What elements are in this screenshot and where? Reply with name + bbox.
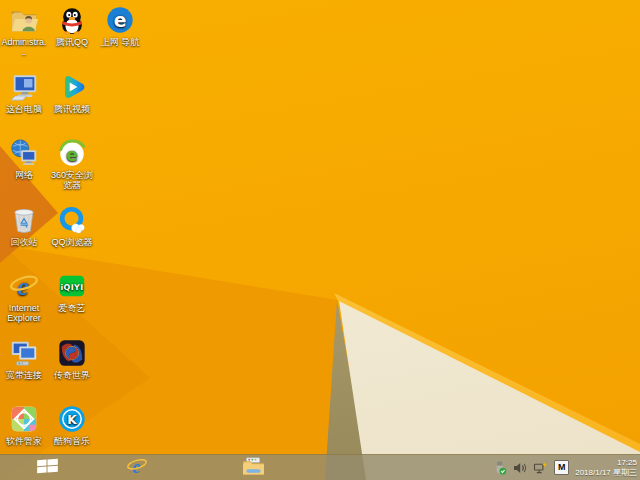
svg-text:e: e xyxy=(114,10,127,31)
desktop-icon-recycle-bin[interactable]: 回收站 xyxy=(1,205,47,247)
taskbar-explorer-button[interactable] xyxy=(235,455,271,480)
desktop-icon-label: Administra... xyxy=(1,37,47,57)
desktop-icon-tencent-video[interactable]: 腾讯视频 xyxy=(49,72,95,114)
desktop-icon-label: 这台电脑 xyxy=(1,104,47,114)
svg-text:K: K xyxy=(67,413,77,427)
desktop-icon-software-manager[interactable]: 软件管家 xyxy=(1,404,47,446)
desktop-icon-label: Internet Explorer xyxy=(1,303,47,323)
svg-text:e: e xyxy=(132,456,140,477)
network-status-warning-icon[interactable] xyxy=(533,461,548,475)
game-dragon-icon xyxy=(49,338,95,368)
desktop-icon-kugou-music[interactable]: K酷狗音乐 xyxy=(49,404,95,446)
clock-date: 2018/1/17 星期三 xyxy=(575,468,637,478)
system-tray: M 17:25 2018/1/17 星期三 xyxy=(493,455,637,480)
desktop-icon-label: 爱奇艺 xyxy=(49,303,95,313)
desktop-icon-tencent-qq[interactable]: 腾讯QQ xyxy=(49,5,95,47)
desktop-icon-qq-browser[interactable]: QQ浏览器 xyxy=(49,205,95,247)
desktop-icon-label: 宽带连接 xyxy=(1,370,47,380)
internet-explorer-icon: e xyxy=(126,455,148,480)
file-explorer-folder-icon xyxy=(242,457,265,479)
svg-text:iQIYI: iQIYI xyxy=(60,283,83,292)
taskbar-ie-button[interactable]: e xyxy=(119,455,155,480)
start-button[interactable] xyxy=(27,455,67,480)
desktop-icon-this-pc[interactable]: 这台电脑 xyxy=(1,72,47,114)
desktop-icon-network[interactable]: 网络 xyxy=(1,138,47,180)
desktop-icon-label: 传奇世界 xyxy=(49,370,95,380)
desktop-icon-label: QQ浏览器 xyxy=(49,237,95,247)
desktop: Administra... 腾讯QQ e上网 导航 这台电脑 腾讯视频 网络 e… xyxy=(0,0,640,480)
svg-text:e: e xyxy=(66,145,77,165)
desktop-icon-label: 上网 导航 xyxy=(97,37,143,47)
desktop-icon-iqiyi[interactable]: iQIYI爱奇艺 xyxy=(49,271,95,313)
desktop-icon-legend-world[interactable]: 传奇世界 xyxy=(49,338,95,380)
computer-icon xyxy=(1,72,47,102)
recycle-bin-icon xyxy=(1,205,47,235)
desktop-icon-broadband[interactable]: 宽带连接 xyxy=(1,338,47,380)
network-globe-icon xyxy=(1,138,47,168)
tencent-video-icon xyxy=(49,72,95,102)
taskbar-clock[interactable]: 17:25 2018/1/17 星期三 xyxy=(575,458,637,477)
qq-penguin-icon xyxy=(49,5,95,35)
broadband-icon xyxy=(1,338,47,368)
iqiyi-icon: iQIYI xyxy=(49,271,95,301)
desktop-icon-internet-explorer[interactable]: e Internet Explorer xyxy=(1,271,47,323)
qq-browser-icon xyxy=(49,205,95,235)
desktop-icon-web-navigation[interactable]: e上网 导航 xyxy=(97,5,143,47)
clock-time: 17:25 xyxy=(617,458,637,468)
usb-safely-remove-icon[interactable] xyxy=(493,461,507,475)
kugou-icon: K xyxy=(49,404,95,434)
desktop-icon-label: 腾讯QQ xyxy=(49,37,95,47)
user-folder-icon xyxy=(1,5,47,35)
ime-indicator[interactable]: M xyxy=(554,460,569,475)
volume-icon[interactable] xyxy=(513,461,527,475)
desktop-icon-label: 回收站 xyxy=(1,237,47,247)
taskbar: e xyxy=(0,454,640,480)
desktop-icon-label: 网络 xyxy=(1,170,47,180)
desktop-icon-label: 360安全浏览器 xyxy=(49,170,95,190)
desktop-icon-label: 腾讯视频 xyxy=(49,104,95,114)
software-manager-icon xyxy=(1,404,47,434)
desktop-icon-label: 酷狗音乐 xyxy=(49,436,95,446)
desktop-icon-360-safe-browser[interactable]: e360安全浏览器 xyxy=(49,138,95,190)
desktop-icon-label: 软件管家 xyxy=(1,436,47,446)
browser-360-icon: e xyxy=(49,138,95,168)
windows-logo-icon xyxy=(37,458,58,477)
ie-e-icon: e xyxy=(1,271,47,301)
desktop-icon-administrator[interactable]: Administra... xyxy=(1,5,47,57)
nav-blue-e-icon: e xyxy=(97,5,143,35)
